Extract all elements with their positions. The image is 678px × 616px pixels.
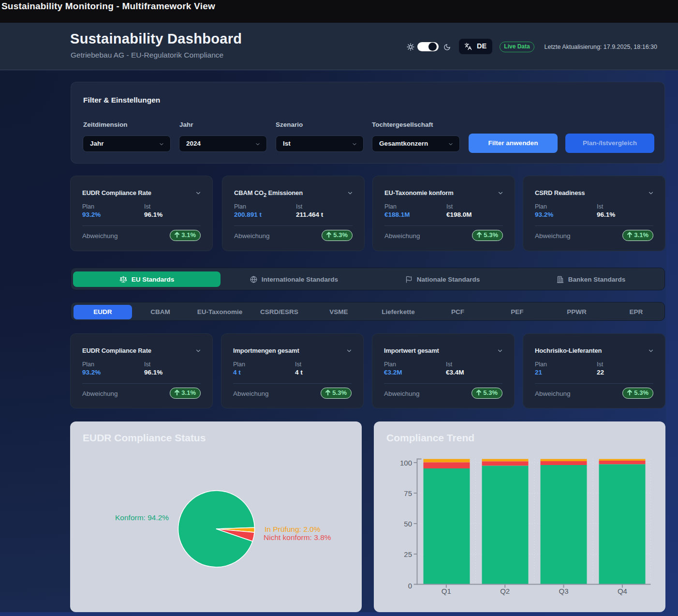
svg-text:100: 100 xyxy=(400,459,412,467)
svg-text:50: 50 xyxy=(404,520,412,528)
svg-text:75: 75 xyxy=(404,489,412,497)
svg-text:Q2: Q2 xyxy=(500,587,510,595)
svg-text:25: 25 xyxy=(404,550,412,558)
svg-text:Q4: Q4 xyxy=(618,587,627,595)
svg-text:Q3: Q3 xyxy=(559,587,568,595)
svg-text:0: 0 xyxy=(408,582,412,590)
svg-text:Q1: Q1 xyxy=(442,587,451,595)
